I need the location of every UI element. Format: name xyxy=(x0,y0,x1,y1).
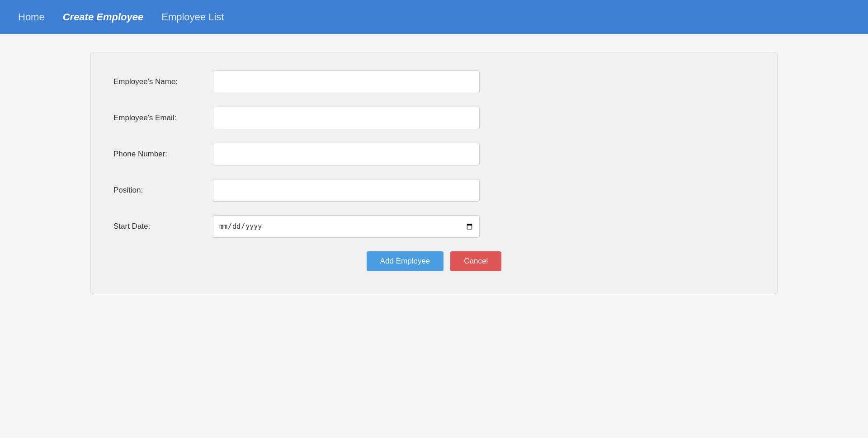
position-label: Position: xyxy=(113,186,213,195)
phone-row: Phone Number: xyxy=(113,143,755,165)
nav-employee-list[interactable]: Employee List xyxy=(157,8,228,27)
name-row: Employee's Name: xyxy=(113,71,755,93)
nav-home[interactable]: Home xyxy=(14,8,49,27)
name-input[interactable] xyxy=(213,71,480,93)
start-date-row: Start Date: xyxy=(113,215,755,238)
email-input[interactable] xyxy=(213,107,480,129)
start-date-label: Start Date: xyxy=(113,222,213,231)
email-label: Employee's Email: xyxy=(113,113,213,122)
name-label: Employee's Name: xyxy=(113,77,213,86)
navbar: Home Create Employee Employee List xyxy=(0,0,868,34)
phone-input[interactable] xyxy=(213,143,480,165)
main-content: Employee's Name: Employee's Email: Phone… xyxy=(0,34,868,312)
button-row: Add Employee Cancel xyxy=(113,251,755,271)
position-row: Position: xyxy=(113,179,755,202)
phone-label: Phone Number: xyxy=(113,150,213,159)
email-row: Employee's Email: xyxy=(113,107,755,129)
form-card: Employee's Name: Employee's Email: Phone… xyxy=(90,52,778,294)
start-date-input[interactable] xyxy=(213,215,480,238)
position-input[interactable] xyxy=(213,179,480,202)
cancel-button[interactable]: Cancel xyxy=(450,251,501,271)
nav-create-employee[interactable]: Create Employee xyxy=(58,8,148,27)
add-employee-button[interactable]: Add Employee xyxy=(367,251,444,271)
